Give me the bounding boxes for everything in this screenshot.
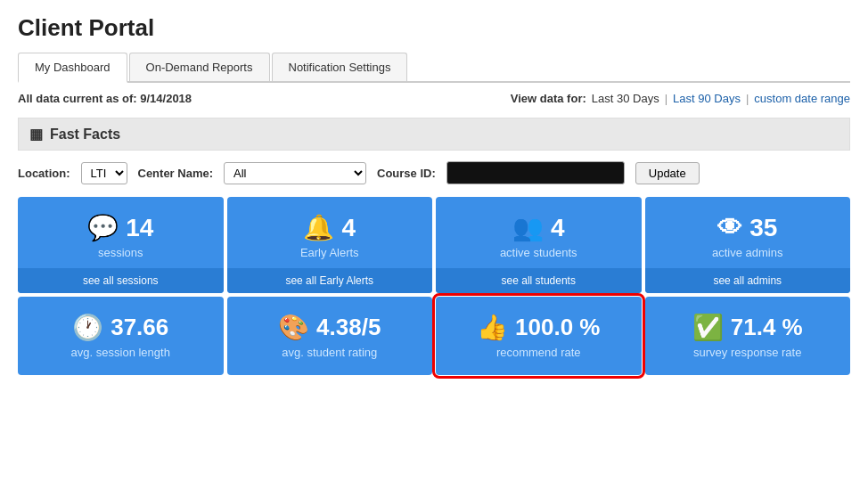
- last-30-days-text: Last 30 Days: [592, 92, 659, 105]
- separator-1: |: [665, 92, 667, 105]
- tab-my-dashboard[interactable]: My Dashboard: [18, 53, 127, 83]
- fast-facts-header: ▦ Fast Facts: [18, 118, 850, 151]
- course-id-label: Course ID:: [377, 167, 436, 180]
- top-stats-grid: 💬 14 sessions see all sessions 🔔 4 Early…: [18, 197, 850, 293]
- early-alerts-icon: 🔔: [303, 213, 334, 242]
- location-label: Location:: [18, 167, 70, 180]
- recommend-rate-label: recommend rate: [496, 346, 581, 359]
- early-alerts-link[interactable]: see all Early Alerts: [227, 268, 433, 293]
- stat-main-early-alerts: 🔔 4 Early Alerts: [227, 197, 433, 268]
- center-name-select[interactable]: All: [224, 162, 366, 184]
- avg-student-rating-value: 4.38/5: [316, 314, 381, 341]
- sessions-icon: 💬: [87, 213, 119, 242]
- stat-main-sessions: 💬 14 sessions: [18, 197, 224, 268]
- avg-session-length-value: 37.66: [111, 314, 168, 341]
- separator-2: |: [746, 92, 749, 105]
- sessions-link[interactable]: see all sessions: [18, 268, 224, 293]
- last-90-days-link[interactable]: Last 90 Days: [673, 92, 741, 105]
- stat-card-recommend-rate: 👍 100.0 % recommend rate: [436, 297, 642, 375]
- current-date: All data current as of: 9/14/2018: [18, 92, 192, 105]
- sessions-value: 14: [126, 214, 153, 242]
- survey-response-rate-icon: ✅: [692, 313, 724, 342]
- active-students-value-row: 👥 4: [512, 213, 565, 242]
- stat-main-active-admins: 👁 35 active admins: [645, 197, 851, 268]
- active-admins-link[interactable]: see all admins: [645, 268, 851, 293]
- early-alerts-value: 4: [341, 214, 356, 242]
- active-admins-label: active admins: [712, 246, 782, 259]
- recommend-rate-value-row: 👍 100.0 %: [477, 313, 600, 342]
- course-id-input[interactable]: [446, 161, 625, 184]
- location-select[interactable]: LTI: [81, 162, 127, 184]
- stat-card-survey-response-rate: ✅ 71.4 % survey response rate: [645, 297, 851, 375]
- stat-card-early-alerts: 🔔 4 Early Alerts see all Early Alerts: [227, 197, 433, 293]
- active-students-link[interactable]: see all students: [436, 268, 642, 293]
- early-alerts-value-row: 🔔 4: [303, 213, 356, 242]
- active-students-label: active students: [500, 246, 577, 259]
- view-data-label: View data for:: [511, 92, 586, 105]
- active-students-value: 4: [551, 214, 565, 242]
- info-bar: All data current as of: 9/14/2018 View d…: [18, 92, 850, 105]
- early-alerts-label: Early Alerts: [300, 246, 359, 259]
- center-name-label: Center Name:: [138, 167, 214, 180]
- survey-response-rate-label: survey response rate: [693, 346, 801, 359]
- page-title: Client Portal: [18, 14, 850, 42]
- avg-session-length-icon: 🕐: [72, 313, 103, 342]
- tab-notification-settings[interactable]: Notification Settings: [272, 53, 408, 81]
- avg-session-length-label: avg. session length: [71, 346, 170, 359]
- stat-card-active-admins: 👁 35 active admins see all admins: [645, 197, 851, 293]
- sessions-label: sessions: [98, 246, 143, 259]
- avg-student-rating-value-row: 🎨 4.38/5: [278, 313, 381, 342]
- fast-facts-title: Fast Facts: [50, 127, 120, 143]
- active-admins-value: 35: [749, 214, 777, 242]
- custom-date-range-link[interactable]: custom date range: [754, 92, 850, 105]
- stat-card-avg-student-rating: 🎨 4.38/5 avg. student rating: [227, 297, 433, 375]
- stat-card-avg-session-length: 🕐 37.66 avg. session length: [18, 297, 224, 375]
- fast-facts-icon: ▦: [29, 126, 43, 143]
- update-button[interactable]: Update: [635, 162, 700, 184]
- bottom-stats-grid: 🕐 37.66 avg. session length 🎨 4.38/5 avg…: [18, 297, 850, 375]
- active-students-icon: 👥: [512, 213, 544, 242]
- stat-main-active-students: 👥 4 active students: [436, 197, 642, 268]
- filter-bar: Location: LTI Center Name: All Course ID…: [18, 161, 850, 184]
- avg-student-rating-label: avg. student rating: [282, 346, 377, 359]
- avg-student-rating-icon: 🎨: [278, 313, 309, 342]
- tab-bar: My Dashboard On-Demand Reports Notificat…: [18, 53, 850, 83]
- view-data-section: View data for: Last 30 Days | Last 90 Da…: [511, 92, 850, 105]
- survey-response-rate-value: 71.4 %: [731, 314, 803, 341]
- avg-session-length-value-row: 🕐 37.66: [72, 313, 168, 342]
- survey-response-rate-value-row: ✅ 71.4 %: [692, 313, 803, 342]
- recommend-rate-value: 100.0 %: [515, 314, 600, 341]
- active-admins-value-row: 👁 35: [717, 213, 777, 242]
- active-admins-icon: 👁: [717, 213, 742, 242]
- tab-on-demand-reports[interactable]: On-Demand Reports: [129, 53, 270, 81]
- recommend-rate-icon: 👍: [477, 313, 508, 342]
- stat-card-active-students: 👥 4 active students see all students: [436, 197, 642, 293]
- stat-card-sessions: 💬 14 sessions see all sessions: [18, 197, 224, 293]
- sessions-value-row: 💬 14: [87, 213, 153, 242]
